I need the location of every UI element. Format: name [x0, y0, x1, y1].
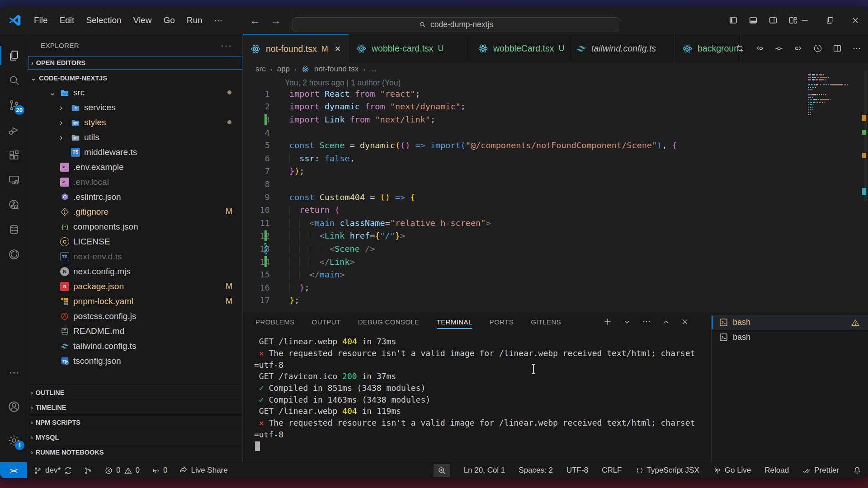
statusbar-git-branch[interactable]: dev* [33, 466, 72, 475]
tab-tailwind-config-ts[interactable]: tailwind.config.ts [568, 34, 675, 62]
tree-item-next-config-mjs[interactable]: Nnext.config.mjs [28, 264, 242, 279]
toggle-primary-sidebar-icon[interactable] [728, 15, 738, 25]
explorer-more-actions-icon[interactable]: ··· [221, 40, 232, 51]
tab-wobblecard-tsx[interactable]: wobbleCard.tsxU [470, 34, 568, 62]
activity-extension-view[interactable] [0, 242, 28, 267]
terminal-profile-dropdown-icon[interactable] [623, 317, 632, 326]
menu-edit[interactable]: Edit [54, 13, 80, 28]
tab-wobble-card-tsx[interactable]: wobble-card.tsxU [349, 34, 470, 62]
forward-arrow-icon[interactable]: → [270, 14, 281, 27]
menu-selection[interactable]: Selection [80, 13, 127, 28]
menu-view[interactable]: View [127, 13, 158, 28]
panel-more-actions-icon[interactable] [642, 317, 651, 327]
statusbar-git-graph[interactable] [84, 466, 93, 475]
activity-database[interactable] [0, 217, 28, 242]
tree-item-utils[interactable]: ›utils [28, 130, 242, 145]
panel-tab-terminal[interactable]: TERMINAL [437, 312, 472, 331]
breadcrumb-item[interactable]: ... [370, 65, 376, 74]
activity-additional-views[interactable] [0, 361, 28, 385]
activity-accounts[interactable] [0, 394, 28, 419]
statusbar-zoom-control[interactable] [434, 464, 450, 477]
breadcrumb-item[interactable]: app [277, 65, 290, 74]
statusbar-live-share[interactable]: Live Share [179, 466, 227, 475]
maximize-panel-icon[interactable] [661, 317, 670, 326]
tree-item--env-example[interactable]: >_.env.example [28, 160, 242, 174]
section-timeline[interactable]: ›TIMELINE [28, 400, 242, 415]
breadcrumb-item[interactable]: src [255, 65, 266, 74]
activity-run-and-debug[interactable] [0, 118, 28, 142]
editor-scrollbar[interactable] [864, 70, 867, 202]
split-editor-icon[interactable] [832, 43, 842, 53]
tree-item-postcss-config-js[interactable]: postcss.config.js [28, 309, 242, 324]
remote-indicator[interactable]: >< [0, 462, 27, 478]
toggle-secondary-sidebar-icon[interactable] [768, 15, 778, 25]
section-outline[interactable]: ›OUTLINE [28, 385, 242, 400]
activity-manage[interactable]: 1 [0, 428, 28, 453]
breadcrumb[interactable]: src›app›not-found.tsx›... [243, 62, 868, 76]
statusbar-reload[interactable]: Reload [764, 466, 789, 475]
panel-tab-gitlens[interactable]: GITLENS [531, 312, 561, 331]
tab-backgroun[interactable]: backgroun [675, 34, 741, 62]
tab-not-found-tsx[interactable]: not-found.tsxM✕ [243, 34, 349, 62]
statusbar-encoding[interactable]: UTF-8 [566, 466, 588, 475]
panel-tab-output[interactable]: OUTPUT [312, 312, 341, 331]
activity-search[interactable] [0, 68, 28, 93]
section-mysql[interactable]: ›MYSQL [28, 430, 242, 445]
section-npm-scripts[interactable]: ›NPM SCRIPTS [28, 415, 242, 430]
section-runme-notebooks[interactable]: ›RUNME NOTEBOOKS [28, 445, 242, 460]
tree-item-next-env-d-ts[interactable]: TSnext-env.d.ts [28, 249, 242, 264]
terminal-session-bash[interactable]: bash [712, 315, 868, 330]
panel-tab-problems[interactable]: PROBLEMS [255, 312, 295, 331]
command-center[interactable]: code-dump-nextjs [292, 17, 619, 32]
project-section[interactable]: ⌄ CODE-DUMP-NEXTJS [28, 71, 242, 85]
statusbar-eol-sequence[interactable]: CRLF [602, 466, 622, 475]
tree-item--eslintrc-json[interactable]: .eslintrc.json [28, 189, 242, 204]
activity-remote-explorer[interactable] [0, 168, 28, 192]
statusbar-cursor-position[interactable]: Ln 20, Col 1 [464, 466, 505, 475]
open-editors-section[interactable]: › OPEN EDITORS [28, 56, 242, 70]
restore-button[interactable] [817, 6, 843, 34]
breadcrumb-item[interactable]: not-found.tsx [314, 65, 359, 74]
open-change-icon[interactable] [774, 43, 784, 53]
menu-file[interactable]: File [28, 13, 54, 28]
tree-item-services[interactable]: ›services [28, 100, 242, 115]
tree-item-license[interactable]: CLICENSE [28, 234, 242, 249]
statusbar-problems[interactable]: 00 [104, 466, 140, 475]
menu-run[interactable]: Run [181, 13, 208, 28]
panel-tab-ports[interactable]: PORTS [490, 312, 514, 331]
file-history-icon[interactable] [813, 43, 823, 53]
previous-change-icon[interactable] [755, 43, 764, 53]
close-tab-icon[interactable]: ✕ [335, 44, 341, 54]
activity-source-control[interactable]: 20 [0, 93, 28, 117]
tree-item-tsconfig-json[interactable]: TStsconfig.json [28, 353, 242, 368]
next-change-icon[interactable] [793, 43, 803, 53]
panel-tab-debug-console[interactable]: DEBUG CONSOLE [358, 312, 420, 331]
statusbar-ports-forwarded[interactable]: 0 [151, 466, 167, 475]
statusbar-prettier[interactable]: Prettier [802, 466, 839, 475]
new-terminal-icon[interactable] [603, 317, 613, 327]
menu-go[interactable]: Go [157, 13, 180, 28]
activity-extensions[interactable] [0, 143, 28, 167]
statusbar-language-mode[interactable]: TypeScript JSX [636, 466, 699, 475]
tree-item--gitignore[interactable]: .gitignoreM [28, 204, 242, 219]
tree-item-src[interactable]: ⌄</>src [28, 85, 242, 100]
terminal-session-bash[interactable]: bash [712, 330, 868, 345]
compare-changes-icon[interactable] [735, 43, 745, 53]
tree-item-styles[interactable]: ›styles [28, 115, 242, 130]
tree-item--env-local[interactable]: >_.env.local [28, 174, 242, 189]
close-window-button[interactable] [843, 6, 868, 34]
statusbar-go-live[interactable]: Go Live [713, 466, 751, 475]
back-arrow-icon[interactable]: ← [250, 14, 260, 27]
minimize-button[interactable] [792, 6, 817, 34]
terminal-output[interactable]: GET /linear.webp 404 in 73ms ✕ The reque… [254, 336, 692, 452]
tree-item-pnpm-lock-yaml[interactable]: pnpm-lock.yamlM [28, 294, 242, 309]
activity-explorer[interactable] [0, 43, 28, 68]
tree-item-tailwind-config-ts[interactable]: tailwind.config.ts [28, 338, 242, 353]
minimap[interactable] [808, 74, 848, 117]
statusbar-indentation[interactable]: Spaces: 2 [519, 466, 553, 475]
tree-item-components-json[interactable]: {··}components.json [28, 219, 242, 234]
tree-item-middleware-ts[interactable]: TSmiddleware.ts [28, 145, 242, 160]
menu-more-icon[interactable]: ⋯ [208, 13, 229, 28]
more-actions-icon[interactable] [852, 43, 862, 53]
code-editor[interactable]: 1import React from "react";2import dynam… [243, 87, 868, 312]
